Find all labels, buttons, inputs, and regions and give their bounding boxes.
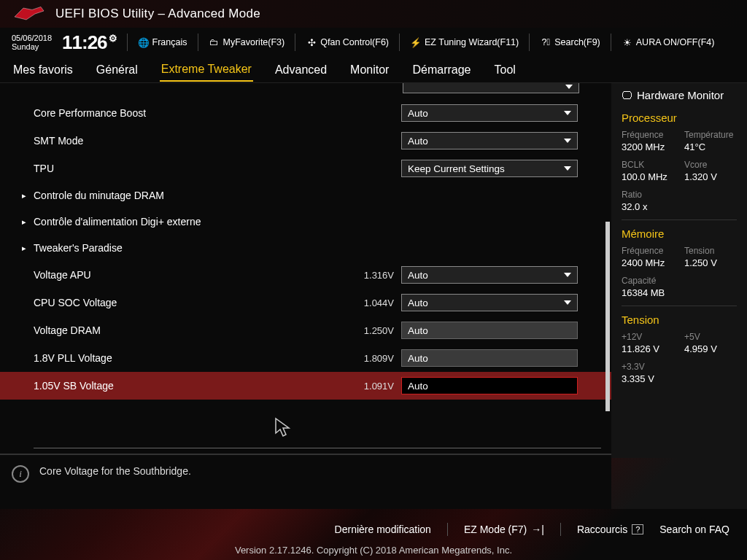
label-voltage-pll: 1.8V PLL Voltage xyxy=(34,352,350,364)
question-icon: ? xyxy=(632,524,643,534)
row-voltage-apu: Voltage APU 1.316V Auto xyxy=(0,261,611,289)
val-ratio: 32.0 x xyxy=(622,201,737,212)
main-tabs: Mes favoris Général Extreme Tweaker Adva… xyxy=(0,57,747,83)
row-cpb: Core Performance Boost Auto xyxy=(0,99,611,127)
lbl-cpu-temp: Température xyxy=(684,130,737,140)
chevron-down-icon xyxy=(565,85,573,89)
val-cpu-temp: 41°C xyxy=(684,141,737,152)
section-memory: Mémoire xyxy=(622,228,737,240)
wand-icon: ⚡ xyxy=(410,36,422,48)
time: 11:26⚙ xyxy=(62,31,117,54)
tab-tool[interactable]: Tool xyxy=(492,59,516,81)
row-voltage-soc: CPU SOC Voltage 1.044V Auto xyxy=(0,289,611,316)
tab-extreme-tweaker[interactable]: Extreme Tweaker xyxy=(160,58,253,82)
label-voltage-dram: Voltage DRAM xyxy=(34,324,350,336)
section-voltage: Tension xyxy=(622,314,737,326)
val-cpu-freq: 3200 MHz xyxy=(622,141,674,152)
gear-icon[interactable]: ⚙ xyxy=(109,33,117,44)
info-icon: i xyxy=(12,465,29,483)
section-cpu: Processeur xyxy=(622,112,737,124)
sidebar-title: 🖵Hardware Monitor xyxy=(622,89,737,101)
lbl-mem-freq: Fréquence xyxy=(622,246,674,256)
reading-voltage-soc: 1.044V xyxy=(350,298,394,308)
chevron-down-icon xyxy=(564,111,571,115)
submenu-tweakers-paradise[interactable]: ▸Tweaker's Paradise xyxy=(0,235,611,261)
input-voltage-dram[interactable]: Auto xyxy=(401,322,578,339)
dropdown-voltage-apu[interactable]: Auto xyxy=(401,266,578,284)
row-voltage-dram: Voltage DRAM 1.250V Auto xyxy=(0,316,611,344)
input-voltage-sb[interactable]: Auto xyxy=(401,377,578,394)
lbl-cpu-freq: Fréquence xyxy=(622,130,674,140)
reading-voltage-sb: 1.091V xyxy=(350,381,394,392)
label-cpb: Core Performance Boost xyxy=(34,107,401,119)
chevron-down-icon xyxy=(564,273,571,277)
row-tpu: TPU Keep Current Settings xyxy=(0,155,611,182)
lbl-bclk: BCLK xyxy=(622,160,674,170)
chevron-down-icon xyxy=(564,139,571,143)
search-icon: ?⃝ xyxy=(540,36,551,48)
tab-monitor[interactable]: Monitor xyxy=(349,59,390,81)
label-voltage-sb: 1.05V SB Voltage xyxy=(34,380,350,392)
qfan-button[interactable]: ✣Qfan Control(F6) xyxy=(306,36,389,48)
submenu-dram-timing[interactable]: ▸Controle du minutage DRAM xyxy=(0,182,611,209)
last-modification-button[interactable]: Dernière modification xyxy=(335,524,431,535)
help-text: Core Voltage for the Southbridge. xyxy=(39,465,191,477)
row-voltage-pll: 1.8V PLL Voltage 1.809V Auto xyxy=(0,344,611,372)
lbl-v33: +3.3V xyxy=(622,362,737,372)
dropdown-tpu[interactable]: Keep Current Settings xyxy=(401,160,578,177)
aura-button[interactable]: ☀AURA ON/OFF(F4) xyxy=(622,36,715,48)
header: UEFI BIOS Utility – Advanced Mode xyxy=(0,0,747,28)
eztuning-button[interactable]: ⚡EZ Tuning Wizard(F11) xyxy=(410,36,519,48)
val-bclk: 100.0 MHz xyxy=(622,171,674,182)
dropdown-smt[interactable]: Auto xyxy=(401,132,578,149)
val-v33: 3.335 V xyxy=(622,373,737,384)
lbl-v12: +12V xyxy=(622,332,674,342)
tab-general[interactable]: Général xyxy=(95,59,139,81)
val-v12: 11.826 V xyxy=(622,343,674,354)
lbl-mem-volt: Tension xyxy=(684,246,737,256)
lbl-v5: +5V xyxy=(684,332,737,342)
label-tpu: TPU xyxy=(34,163,401,174)
date: 05/06/2018 xyxy=(12,34,52,42)
myfavorite-button[interactable]: 🗀MyFavorite(F3) xyxy=(209,36,285,48)
reading-voltage-dram: 1.250V xyxy=(350,325,394,336)
dropdown-voltage-soc[interactable]: Auto xyxy=(401,294,578,311)
val-mem-cap: 16384 MB xyxy=(622,287,737,298)
shortcuts-button[interactable]: Raccourcis? xyxy=(577,524,643,535)
vertical-scrollbar[interactable] xyxy=(605,222,610,411)
search-button[interactable]: ?⃝Search(F9) xyxy=(540,36,600,48)
chevron-down-icon xyxy=(564,300,571,305)
tab-boot[interactable]: Démarrage xyxy=(411,59,472,81)
rog-logo-icon xyxy=(12,5,47,23)
input-voltage-pll[interactable]: Auto xyxy=(401,349,578,367)
val-vcore: 1.320 V xyxy=(684,171,737,182)
day: Sunday xyxy=(12,42,52,51)
reading-voltage-apu: 1.316V xyxy=(350,270,394,281)
topbar: 05/06/2018 Sunday 11:26⚙ 🌐Français 🗀MyFa… xyxy=(0,28,747,57)
row-smt: SMT Mode Auto xyxy=(0,127,611,155)
row-voltage-sb: 1.05V SB Voltage 1.091V Auto xyxy=(0,372,611,400)
app-title: UEFI BIOS Utility – Advanced Mode xyxy=(55,7,260,21)
partial-dropdown[interactable] xyxy=(403,83,579,93)
language-selector[interactable]: 🌐Français xyxy=(138,36,187,48)
val-mem-freq: 2400 MHz xyxy=(622,257,674,268)
folder-icon: 🗀 xyxy=(209,36,220,48)
globe-icon: 🌐 xyxy=(138,36,150,48)
help-panel: i Core Voltage for the Southbridge. xyxy=(0,454,611,509)
lbl-vcore: Vcore xyxy=(684,160,737,170)
reading-voltage-pll: 1.809V xyxy=(350,353,394,364)
horizontal-scrollbar[interactable] xyxy=(34,448,601,448)
submenu-digi-power[interactable]: ▸Contrôle d'alimentation Digi+ externe xyxy=(0,209,611,235)
search-faq-button[interactable]: Search on FAQ xyxy=(659,524,729,535)
dropdown-cpb[interactable]: Auto xyxy=(401,104,578,122)
arrow-right-icon: ▸ xyxy=(22,191,26,201)
label-voltage-soc: CPU SOC Voltage xyxy=(34,297,350,308)
chevron-down-icon xyxy=(564,166,571,171)
exit-icon: →| xyxy=(531,524,544,535)
ezmode-button[interactable]: EZ Mode (F7)→| xyxy=(464,524,544,535)
monitor-icon: 🖵 xyxy=(622,89,632,101)
version-text: Version 2.17.1246. Copyright (C) 2018 Am… xyxy=(0,545,747,556)
hardware-monitor-panel: 🖵Hardware Monitor Processeur Fréquence32… xyxy=(611,83,747,509)
tab-favorites[interactable]: Mes favoris xyxy=(12,59,74,81)
tab-advanced[interactable]: Advanced xyxy=(274,59,328,81)
